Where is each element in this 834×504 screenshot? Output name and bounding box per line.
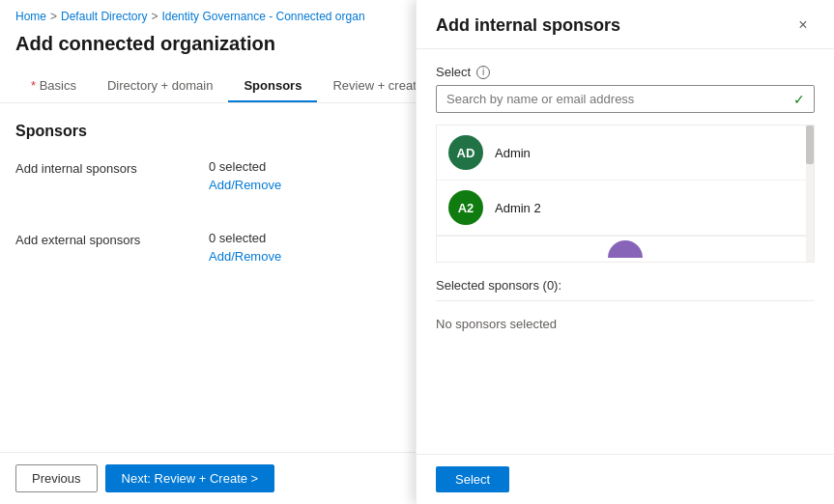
internal-add-remove-link[interactable]: Add/Remove (209, 178, 281, 192)
partial-user-hint (437, 236, 814, 262)
main-page: Home > Default Directory > Identity Gove… (0, 0, 416, 504)
info-icon[interactable]: i (476, 66, 490, 79)
next-button[interactable]: Next: Review + Create > (105, 464, 275, 492)
external-sponsors-row: Add external sponsors 0 selected Add/Rem… (15, 231, 400, 279)
user-item-admin[interactable]: AD Admin (437, 126, 814, 181)
page-title: Add connected organization (0, 29, 416, 70)
user-item-admin2[interactable]: A2 Admin 2 (437, 181, 814, 236)
scrollbar-thumb (806, 126, 814, 164)
select-button[interactable]: Select (436, 466, 509, 492)
internal-sponsors-label: Add internal sponsors (15, 159, 209, 176)
external-sponsors-info: 0 selected Add/Remove (209, 231, 400, 264)
scrollbar[interactable] (806, 126, 814, 262)
content-area: Sponsors Add internal sponsors 0 selecte… (0, 103, 416, 452)
search-check-icon: ✓ (793, 92, 805, 107)
sponsors-section-title: Sponsors (15, 123, 400, 140)
breadcrumb-sep1: > (50, 10, 57, 23)
panel-footer: Select (417, 454, 834, 504)
external-sponsors-label: Add external sponsors (15, 231, 209, 247)
external-selected-count: 0 selected (209, 231, 400, 245)
avatar-a2: A2 (448, 190, 483, 225)
user-list: AD Admin A2 Admin 2 (436, 125, 815, 263)
select-label: Select (436, 65, 471, 79)
breadcrumb-home[interactable]: Home (15, 10, 46, 23)
no-sponsors-text: No sponsors selected (436, 309, 815, 339)
close-panel-button[interactable]: × (791, 14, 815, 37)
breadcrumb-item1[interactable]: Default Directory (61, 10, 147, 23)
internal-sponsors-info: 0 selected Add/Remove (209, 159, 400, 192)
tab-directory-domain[interactable]: Directory + domain (92, 70, 228, 102)
selected-sponsors-label: Selected sponsors (0): (436, 278, 815, 301)
panel-body: Select i ✓ AD Admin A2 Admin 2 Selected … (417, 49, 834, 454)
avatar-ad: AD (448, 135, 483, 170)
internal-sponsors-row: Add internal sponsors 0 selected Add/Rem… (15, 159, 400, 208)
user-name-admin2: Admin 2 (495, 201, 541, 215)
breadcrumb-item2[interactable]: Identity Governance - Connected organ (161, 10, 364, 23)
panel-title: Add internal sponsors (436, 15, 620, 36)
user-name-admin: Admin (495, 146, 531, 160)
breadcrumb: Home > Default Directory > Identity Gove… (0, 0, 416, 29)
tab-bar: Basics Directory + domain Sponsors Revie… (0, 70, 416, 103)
internal-selected-count: 0 selected (209, 159, 400, 174)
search-box-wrap: ✓ (436, 85, 815, 113)
search-input[interactable] (436, 85, 815, 113)
footer-bar: Previous Next: Review + Create > (0, 452, 416, 504)
breadcrumb-sep2: > (151, 10, 158, 23)
select-label-row: Select i (436, 65, 815, 79)
tab-sponsors[interactable]: Sponsors (228, 70, 317, 102)
partial-avatar-circle (608, 240, 643, 258)
tab-basics[interactable]: Basics (15, 70, 92, 102)
panel-header: Add internal sponsors × (417, 0, 834, 49)
previous-button[interactable]: Previous (15, 464, 98, 492)
external-add-remove-link[interactable]: Add/Remove (209, 249, 281, 264)
add-internal-sponsors-panel: Add internal sponsors × Select i ✓ AD Ad… (416, 0, 834, 504)
